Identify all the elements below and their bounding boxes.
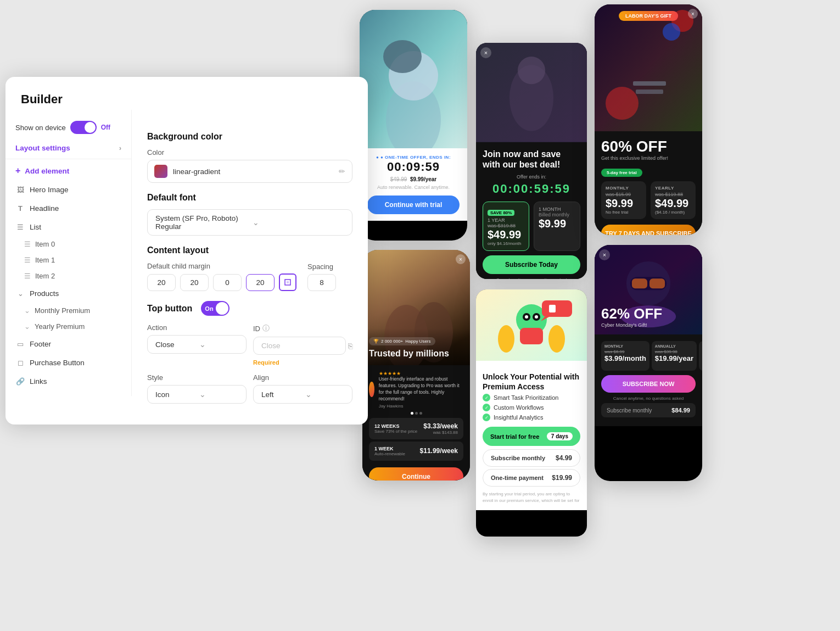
phone1-cta-button[interactable]: Continue with trial [367, 196, 460, 214]
add-element-button[interactable]: + Add element [5, 161, 131, 180]
chevron-down-icon: ⌄ [253, 218, 344, 227]
action-select[interactable]: Close ⌄ [147, 335, 247, 354]
style-col: Style Icon ⌄ [147, 373, 247, 404]
builder-sidebar: Show on device Off Layout settings › + A… [5, 110, 132, 396]
show-device-toggle[interactable] [70, 121, 97, 134]
sidebar-item-yearly-premium[interactable]: ⌄ Yearly Premium [5, 319, 131, 334]
phone3-subscribe-button[interactable]: Subscribe Today [483, 255, 580, 274]
plan-1week[interactable]: 1 WEEK Auto-renewable $11.99/week [369, 442, 463, 461]
copy-icon[interactable]: ⎘ [348, 342, 352, 350]
phone6-monthly-plan[interactable]: MONTHLY was $6.99 $3.99/month [601, 341, 649, 371]
margin-bottom[interactable]: 0 [213, 274, 242, 291]
phone5-close-button[interactable]: × [688, 9, 698, 19]
phone4-content: Unlock Your Potential with Premium Acces… [476, 361, 587, 510]
sidebar-item-list[interactable]: ☰ List [5, 217, 131, 236]
svg-point-5 [383, 40, 422, 73]
phone2-close-button[interactable]: × [456, 254, 466, 264]
sidebar-item-links[interactable]: 🔗 Links [5, 372, 131, 390]
phone3-countdown: 00:00:59:59 [483, 182, 580, 196]
style-chevron-icon: ⌄ [199, 390, 239, 399]
item0-icon: ☰ [24, 240, 31, 248]
links-label: Links [30, 377, 47, 386]
plan1w-label: 1 WEEK [374, 446, 405, 451]
item0-label: Item 0 [35, 240, 55, 248]
phone5-try-button[interactable]: TRY 7 DAYS AND SUBSCRIBE [601, 225, 696, 235]
sidebar-item-headline[interactable]: T Headline [5, 199, 131, 217]
margin-left[interactable]: 20 [246, 274, 275, 291]
show-device-row: Show on device Off [5, 115, 131, 139]
onetime-price: $19.99 [552, 474, 572, 482]
sidebar-item-products[interactable]: ⌄ Products [5, 284, 131, 303]
svg-point-26 [606, 87, 639, 120]
color-input[interactable]: linear-gradient ✏ [147, 160, 352, 183]
phone1-cancel: Auto renewable. Cancel anytime. [367, 185, 460, 190]
links-icon: 🔗 [15, 376, 25, 386]
phone6-lifetime-plan[interactable]: LIFETIME was $69.98 $34.99 [699, 341, 702, 371]
onetime-payment-option[interactable]: One-time payment $19.99 [483, 469, 580, 487]
phone-labor-day: LABOR DAY'S GIFT × 60% OFF Get this excl… [595, 4, 702, 235]
purchase-icon: ◻ [15, 358, 25, 367]
align-select[interactable]: Left ⌄ [253, 385, 352, 404]
sidebar-item-item1[interactable]: ☰ Item 1 [5, 252, 131, 268]
phone2-overlay: 🏆 2 000 000+ Happy Users Trusted by mill… [362, 328, 470, 365]
phone6-sub-monthly[interactable]: Subscribe monthly $84.99 [601, 403, 696, 417]
plan12-label: 12 WEEKS [374, 423, 417, 429]
plan1w-note: Auto-renewable [374, 451, 405, 456]
action-label: Action [147, 323, 247, 332]
font-select[interactable]: System (SF Pro, Roboto) Regular ⌄ [147, 209, 352, 236]
sidebar-item-footer[interactable]: ▭ Footer [5, 334, 131, 353]
plan1yr-per: only $4.16/month [488, 241, 524, 246]
margin-inputs: 20 20 0 20 [147, 273, 296, 291]
free-trial-badge: 5-day free trial [607, 170, 637, 175]
plan12-was: was $143.88 [423, 430, 458, 435]
sidebar-item-hero-image[interactable]: 🖼 Hero Image [5, 180, 131, 199]
onetime-label: One-time payment [491, 474, 544, 481]
margin-right[interactable]: 20 [180, 274, 209, 291]
phone6-cyber-sub: Cyber Monday's Gift! [601, 322, 662, 328]
p6-annually-was: was $39.98 [655, 349, 693, 354]
sidebar-item-monthly-premium[interactable]: ⌄ Monthly Premium [5, 303, 131, 319]
sidebar-item-item0[interactable]: ☰ Item 0 [5, 236, 131, 252]
phone4-trial-button[interactable]: Start trial for free 7 days [483, 427, 580, 446]
id-input[interactable]: Close [253, 337, 346, 355]
plan-1month[interactable]: 1 MONTH Billed monthly $9.99 [534, 202, 580, 251]
sidebar-layout-settings[interactable]: Layout settings › [5, 139, 131, 157]
p5-yearly-was: was $119.88 [655, 192, 691, 197]
spacing-input[interactable]: 8 [307, 274, 336, 291]
phone6-annually-plan[interactable]: ANNUALLY was $39.98 $19.99/year [652, 341, 697, 371]
sidebar-item-item2[interactable]: ☰ Item 2 [5, 268, 131, 284]
sub-monthly-price: $4.99 [556, 454, 572, 462]
subscribe-monthly-option[interactable]: Subscribe monthly $4.99 [483, 449, 580, 467]
phone2-continue-button[interactable]: Continue [369, 467, 463, 481]
item1-icon: ☰ [24, 256, 31, 264]
plans-row: SAVE 80% 1 YEAR was $319.88 $49.99 only … [483, 202, 580, 251]
products-label: Products [30, 289, 59, 298]
join-title: Join now and save with our best deal! [483, 149, 580, 170]
offer-badge: ● ONE-TIME OFFER, ENDS IN: [367, 155, 460, 160]
phone6-plans: MONTHLY was $6.99 $3.99/month ANNUALLY w… [601, 341, 696, 371]
margin-top[interactable]: 20 [147, 274, 176, 291]
plan-1year[interactable]: SAVE 80% 1 YEAR was $319.88 $49.99 only … [483, 202, 529, 251]
sub-monthly-84-price: $84.99 [671, 407, 690, 414]
plan-12weeks[interactable]: 12 WEEKS Save 73% of the price $3.33/wee… [369, 418, 463, 439]
style-value: Icon [155, 390, 195, 399]
phone6-hero-image: × 62% OFF Cyber Monday's Gift! [595, 245, 702, 334]
feature-2: ✓ Custom Workflows [483, 404, 580, 411]
style-select[interactable]: Icon ⌄ [147, 385, 247, 404]
toggle-on-label: On [205, 305, 213, 312]
phone6-subscribe-button[interactable]: SUBSCRIBE NOW [601, 375, 696, 393]
phone5-monthly-plan[interactable]: MONTHLY was $15.99 $9.99 No free trial [601, 181, 646, 219]
sub-monthly-84-label: Subscribe monthly [607, 407, 652, 414]
phone-join-save: × Join now and save with our best deal! … [476, 43, 587, 279]
sidebar-item-purchase-button[interactable]: ◻ Purchase Button [5, 353, 131, 372]
chevron-right-icon: › [119, 144, 121, 152]
phone6-close-button[interactable]: × [599, 249, 610, 260]
phone5-yearly-plan[interactable]: YEARLY was $119.88 $49.99 ($4.16 / month… [651, 181, 696, 219]
id-placeholder: Close [261, 342, 281, 350]
toggle-off-label: Off [101, 124, 110, 131]
feature-3-text: Insightful Analytics [494, 414, 544, 421]
phone3-close-button[interactable]: × [480, 47, 491, 58]
top-button-toggle[interactable]: On [201, 301, 229, 316]
pencil-icon[interactable]: ✏ [339, 167, 345, 176]
align-chevron-icon: ⌄ [305, 390, 345, 399]
